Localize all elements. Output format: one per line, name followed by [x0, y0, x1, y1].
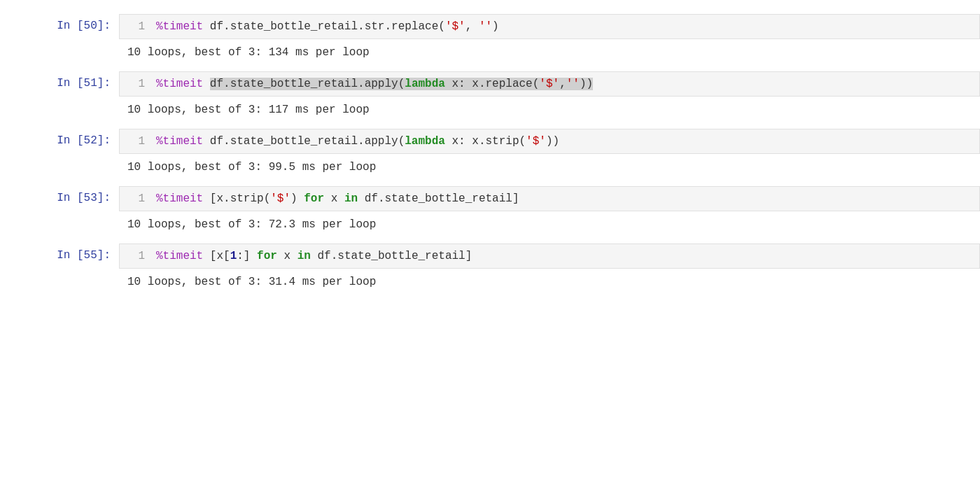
cell-52-label: In [52]:: [0, 129, 119, 154]
cell-51-label: In [51]:: [0, 71, 119, 97]
line-number: 1: [128, 250, 145, 262]
cell-53-code[interactable]: 1 %timeit [x.strip('$') for x in df.stat…: [119, 186, 980, 211]
code-50-content: %timeit df.state_bottle_retail.str.repla…: [156, 20, 971, 33]
cell-50-input: In [50]: 1 %timeit df.state_bottle_retai…: [0, 14, 980, 39]
cell-55-label: In [55]:: [0, 244, 119, 269]
cell-50: In [50]: 1 %timeit df.state_bottle_retai…: [0, 14, 980, 64]
cell-55: In [55]: 1 %timeit [x[1:] for x in df.st…: [0, 244, 980, 294]
line-number: 1: [128, 135, 145, 148]
cell-53-label: In [53]:: [0, 186, 119, 211]
cell-51: In [51]: 1 %timeit df.state_bottle_retai…: [0, 71, 980, 122]
cell-51-output: 10 loops, best of 3: 117 ms per loop: [0, 98, 980, 122]
code-52-content: %timeit df.state_bottle_retail.apply(lam…: [156, 135, 971, 148]
magic-keyword: %timeit: [156, 78, 203, 90]
cell-52-code[interactable]: 1 %timeit df.state_bottle_retail.apply(l…: [119, 129, 980, 154]
cell-55-output: 10 loops, best of 3: 31.4 ms per loop: [0, 270, 980, 294]
output-51-text: 10 loops, best of 3: 117 ms per loop: [119, 98, 378, 122]
magic-keyword: %timeit: [156, 20, 203, 33]
output-52-label: [0, 155, 119, 179]
cell-55-code[interactable]: 1 %timeit [x[1:] for x in df.state_bottl…: [119, 244, 980, 269]
cell-53: In [53]: 1 %timeit [x.strip('$') for x i…: [0, 186, 980, 237]
output-50-text: 10 loops, best of 3: 134 ms per loop: [119, 41, 378, 64]
output-50-label: [0, 41, 119, 64]
cell-53-input: In [53]: 1 %timeit [x.strip('$') for x i…: [0, 186, 980, 211]
output-53-text: 10 loops, best of 3: 72.3 ms per loop: [119, 213, 384, 237]
cell-50-output: 10 loops, best of 3: 134 ms per loop: [0, 41, 980, 64]
output-55-text: 10 loops, best of 3: 31.4 ms per loop: [119, 270, 384, 294]
line-number: 1: [128, 192, 145, 205]
magic-keyword: %timeit: [156, 135, 203, 148]
line-number: 1: [128, 78, 145, 90]
code-51-content: %timeit df.state_bottle_retail.apply(lam…: [156, 78, 971, 90]
line-number: 1: [128, 20, 145, 33]
cell-50-label: In [50]:: [0, 14, 119, 39]
cell-52-input: In [52]: 1 %timeit df.state_bottle_retai…: [0, 129, 980, 154]
cell-55-input: In [55]: 1 %timeit [x[1:] for x in df.st…: [0, 244, 980, 269]
magic-keyword: %timeit: [156, 192, 203, 205]
output-51-label: [0, 98, 119, 122]
cell-51-code[interactable]: 1 %timeit df.state_bottle_retail.apply(l…: [119, 71, 980, 97]
code-53-content: %timeit [x.strip('$') for x in df.state_…: [156, 192, 971, 205]
output-55-label: [0, 270, 119, 294]
cell-52-output: 10 loops, best of 3: 99.5 ms per loop: [0, 155, 980, 179]
notebook: In [50]: 1 %timeit df.state_bottle_retai…: [0, 0, 980, 315]
output-52-text: 10 loops, best of 3: 99.5 ms per loop: [119, 155, 384, 179]
cell-51-input: In [51]: 1 %timeit df.state_bottle_retai…: [0, 71, 980, 97]
code-55-content: %timeit [x[1:] for x in df.state_bottle_…: [156, 250, 971, 262]
magic-keyword: %timeit: [156, 250, 203, 262]
cell-53-output: 10 loops, best of 3: 72.3 ms per loop: [0, 213, 980, 237]
output-53-label: [0, 213, 119, 237]
cell-52: In [52]: 1 %timeit df.state_bottle_retai…: [0, 129, 980, 179]
cell-50-code[interactable]: 1 %timeit df.state_bottle_retail.str.rep…: [119, 14, 980, 39]
